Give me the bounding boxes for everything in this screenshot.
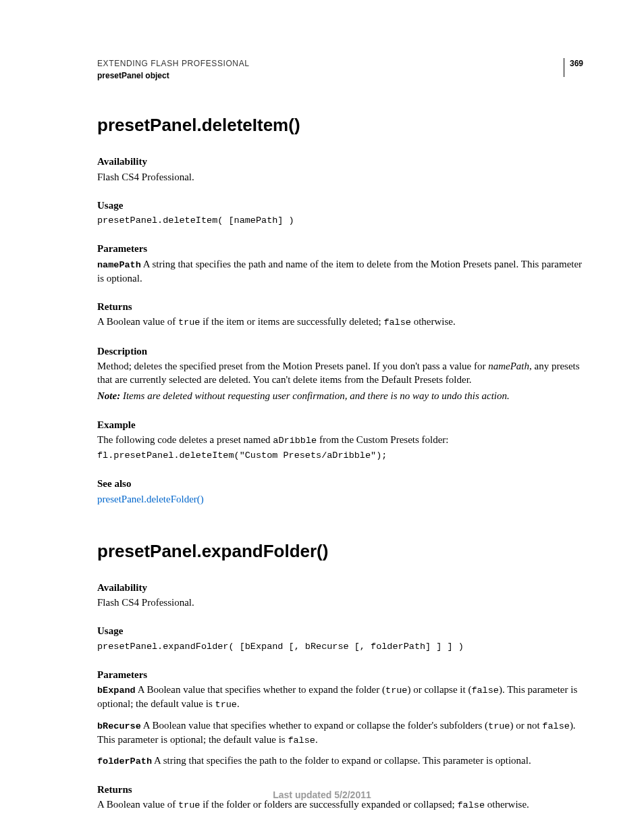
description-heading: Description: [97, 344, 583, 358]
returns-heading: Returns: [97, 300, 583, 313]
param-name: folderPath: [97, 756, 152, 766]
link-deletefolder[interactable]: presetPanel.deleteFolder(): [97, 494, 204, 504]
section-title: presetPanel object: [97, 70, 583, 81]
note-text: Note: Items are deleted without requesti…: [97, 389, 583, 402]
doc-title: EXTENDING FLASH PROFESSIONAL: [97, 58, 583, 69]
entry-heading-expandfolder: presetPanel.expandFolder(): [97, 540, 583, 563]
example-code: fl.presetPanel.deleteItem("Custom Preset…: [97, 450, 583, 462]
example-intro: The following code deletes a preset name…: [97, 433, 583, 447]
param-name: namePath: [97, 260, 141, 270]
description-text: Method; deletes the specified preset fro…: [97, 359, 583, 387]
param-brecurse: bRecurse A Boolean value that specifies …: [97, 719, 583, 747]
seealso-links: presetPanel.deleteFolder(): [97, 492, 583, 506]
usage-heading: Usage: [97, 199, 583, 212]
param-text: A string that specifies the path and nam…: [97, 259, 582, 284]
param-bexpand: bExpand A Boolean value that specifies w…: [97, 683, 583, 711]
entry-heading-deleteitem: presetPanel.deleteItem(): [97, 113, 583, 137]
availability-heading: Availability: [97, 155, 583, 168]
availability-text: Flash CS4 Professional.: [97, 170, 583, 184]
param-name: bRecurse: [97, 721, 141, 731]
usage-heading: Usage: [97, 624, 583, 637]
parameters-heading: Parameters: [97, 668, 583, 681]
parameters-heading: Parameters: [97, 242, 583, 255]
footer-updated: Last updated 5/2/2011: [0, 789, 644, 802]
param-folderpath: folderPath A string that specifies the p…: [97, 754, 583, 768]
running-header: EXTENDING FLASH PROFESSIONAL presetPanel…: [97, 58, 583, 81]
availability-text: Flash CS4 Professional.: [97, 596, 583, 609]
example-heading: Example: [97, 418, 583, 432]
usage-code: presetPanel.expandFolder( [bExpand [, bR…: [97, 641, 583, 653]
availability-heading: Availability: [97, 581, 583, 594]
seealso-heading: See also: [97, 477, 583, 490]
returns-text: A Boolean value of true if the item or i…: [97, 315, 583, 329]
param-namepath: namePath A string that specifies the pat…: [97, 257, 583, 285]
usage-code: presetPanel.deleteItem( [namePath] ): [97, 215, 583, 227]
param-name: bExpand: [97, 685, 136, 696]
page: 369 EXTENDING FLASH PROFESSIONAL presetP…: [0, 0, 644, 834]
